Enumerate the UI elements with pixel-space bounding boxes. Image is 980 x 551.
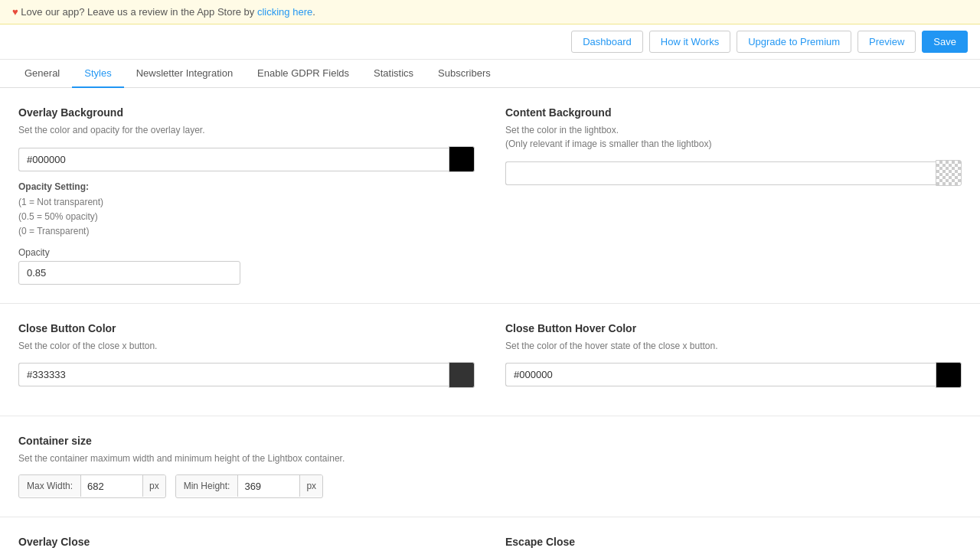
overlay-background-desc: Set the color and opacity for the overla… [18,123,475,137]
content-color-input[interactable] [505,161,936,185]
tab-statistics[interactable]: Statistics [361,60,426,88]
container-size-right-spacer [505,435,962,498]
min-height-label: Min Height: [176,475,239,497]
content-background-title: Content Background [505,106,962,119]
banner-text: Love our app? Leave us a review in the A… [21,6,257,18]
dashboard-button[interactable]: Dashboard [571,31,643,53]
tab-general[interactable]: General [12,60,72,88]
close-color-input[interactable] [18,363,449,386]
content-color-swatch[interactable] [936,160,962,186]
close-button-hover-desc: Set the color of the hover state of the … [505,339,962,353]
escape-close-section: Escape Close Press escape to close the l… [505,536,962,551]
overlay-color-input[interactable] [18,148,449,171]
close-color-swatch[interactable] [449,362,475,388]
opacity-hint-3: (0 = Transparent) [18,224,475,239]
close-color-row [18,362,475,388]
tabs-bar: General Styles Newsletter Integration En… [0,60,980,88]
save-button[interactable]: Save [922,31,968,53]
overlay-color-swatch[interactable] [449,146,475,172]
close-button-hover-section: Close Button Hover Color Set the color o… [505,322,962,397]
close-hover-color-swatch[interactable] [936,362,962,388]
tab-gdpr[interactable]: Enable GDPR Fields [245,60,361,88]
row-close-options: Overlay Close Click on the overlay backg… [0,517,980,551]
close-button-hover-title: Close Button Hover Color [505,322,962,334]
main-content: Overlay Background Set the color and opa… [0,88,980,551]
content-background-section: Content Background Set the color in the … [505,106,962,285]
max-width-input-group: Max Width: px [18,474,166,498]
max-width-label: Max Width: [19,475,81,497]
upgrade-button[interactable]: Upgrade to Premium [737,31,851,53]
preview-button[interactable]: Preview [858,31,916,53]
tab-newsletter[interactable]: Newsletter Integration [124,60,245,88]
close-hover-color-row [505,362,962,388]
content-color-row [505,160,962,186]
banner-period: . [312,6,315,18]
opacity-hint-2: (0.5 = 50% opacity) [18,210,475,224]
max-width-input[interactable] [81,475,142,497]
opacity-field-label: Opacity [18,247,475,258]
close-hover-color-input[interactable] [505,363,936,386]
app-banner: ♥ Love our app? Leave us a review in the… [0,0,980,24]
container-inputs-row: Max Width: px Min Height: px [18,474,475,498]
overlay-color-row [18,146,475,172]
min-height-input-group: Min Height: px [175,474,323,498]
container-size-title: Container size [18,435,475,447]
how-it-works-button[interactable]: How it Works [649,31,730,53]
tab-styles[interactable]: Styles [72,60,123,88]
row-overlay-content: Overlay Background Set the color and opa… [0,88,980,304]
overlay-background-title: Overlay Background [18,106,475,119]
max-width-unit: px [142,475,165,497]
close-button-color-section: Close Button Color Set the color of the … [18,322,475,397]
topbar: Dashboard How it Works Upgrade to Premiu… [0,24,980,60]
min-height-unit: px [299,475,322,497]
escape-close-title: Escape Close [505,536,962,548]
tab-subscribers[interactable]: Subscribers [426,60,503,88]
close-button-color-desc: Set the color of the close x button. [18,339,475,353]
opacity-setting-label: Opacity Setting: [18,181,475,192]
overlay-background-section: Overlay Background Set the color and opa… [18,106,475,285]
opacity-hint-1: (1 = Not transparent) [18,195,475,210]
overlay-close-section: Overlay Close Click on the overlay backg… [18,536,475,551]
content-background-desc: Set the color in the lightbox.(Only rele… [505,123,962,151]
close-button-color-title: Close Button Color [18,322,475,334]
container-size-desc: Set the container maximum width and mini… [18,452,475,465]
row-container-size: Container size Set the container maximum… [0,416,980,517]
overlay-close-title: Overlay Close [18,536,475,548]
heart-icon: ♥ [12,6,18,18]
opacity-input[interactable] [18,261,240,285]
row-close-buttons: Close Button Color Set the color of the … [0,304,980,416]
opacity-hints: (1 = Not transparent) (0.5 = 50% opacity… [18,195,475,240]
container-size-section: Container size Set the container maximum… [18,435,475,498]
clicking-here-link[interactable]: clicking here [257,6,312,18]
min-height-input[interactable] [238,475,299,497]
